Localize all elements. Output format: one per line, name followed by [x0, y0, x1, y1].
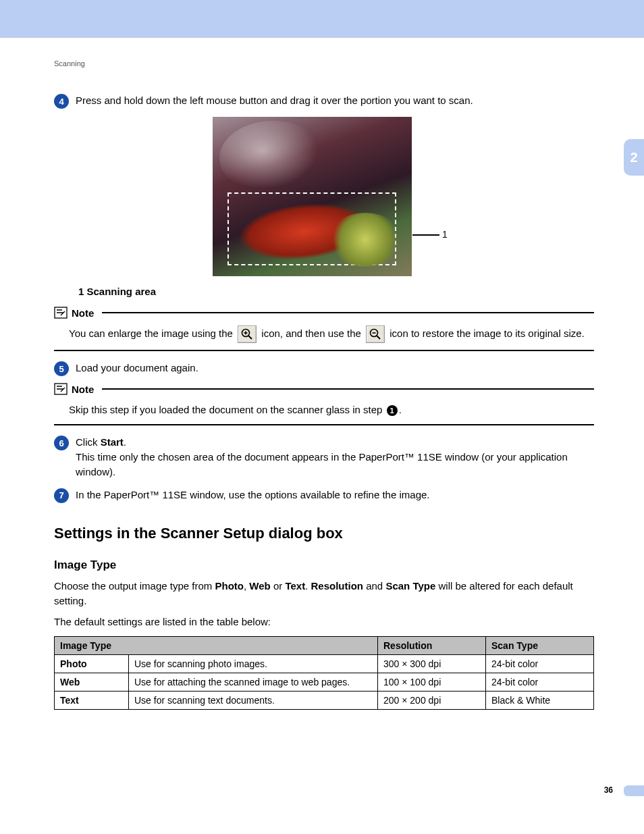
- callout-label: 1: [442, 229, 448, 240]
- note-title: Note: [72, 384, 94, 395]
- note-zoom: Note You can enlarge the image using the…: [54, 307, 594, 351]
- cell-scan: 24-bit color: [486, 673, 594, 692]
- table-row: Text Use for scanning text documents. 20…: [55, 692, 594, 710]
- step6-prefix: Click: [76, 436, 101, 448]
- prescan-figure: 1: [213, 117, 435, 276]
- p-bold: Resolution: [311, 580, 364, 592]
- note-title: Note: [72, 307, 94, 319]
- cell-label: Text: [55, 692, 129, 710]
- p-bold: Web: [249, 580, 270, 592]
- note-zoom-body: You can enlarge the image using the icon…: [69, 325, 594, 343]
- page-number: 36: [604, 785, 613, 795]
- step-7: 7 In the PaperPort™ 11SE window, use the…: [54, 488, 594, 503]
- step-4-text: Press and hold down the left mouse butto…: [76, 93, 594, 108]
- p-seg: and: [363, 580, 385, 592]
- step-6-bullet: 6: [54, 436, 69, 450]
- table-row: Web Use for attaching the scanned image …: [55, 673, 594, 692]
- step-5-text: Load your document again.: [76, 361, 594, 375]
- note2-text-a: Skip this step if you loaded the documen…: [69, 404, 385, 415]
- p-bold: Text: [285, 580, 305, 592]
- table-row: Photo Use for scanning photo images. 300…: [55, 655, 594, 673]
- zoom-in-icon: [238, 325, 257, 343]
- note-rule-close: [54, 424, 594, 425]
- cell-res: 200 × 200 dpi: [378, 692, 486, 710]
- p-seg: Choose the output image type from: [54, 580, 215, 592]
- note-skip-body: Skip this step if you loaded the documen…: [69, 402, 594, 417]
- note-text-c: icon to restore the image to its origina…: [390, 328, 584, 339]
- cell-scan: 24-bit color: [486, 655, 594, 673]
- step-5-bullet: 5: [54, 361, 69, 376]
- step-7-text: In the PaperPort™ 11SE window, use the o…: [76, 488, 594, 502]
- step-6: 6 Click Start. This time only the chosen…: [54, 435, 594, 479]
- cell-desc: Use for scanning text documents.: [129, 692, 378, 710]
- note-rule-close: [54, 350, 594, 351]
- heading-settings: Settings in the Scanner Setup dialog box: [54, 525, 594, 542]
- note2-text-b: .: [399, 404, 402, 415]
- cell-res: 300 × 300 dpi: [378, 655, 486, 673]
- step-7-bullet: 7: [54, 488, 69, 503]
- zoom-out-icon: [366, 325, 385, 343]
- cell-label: Photo: [55, 655, 129, 673]
- th-resolution: Resolution: [378, 637, 486, 655]
- note-text-a: You can enlarge the image using the: [69, 328, 236, 339]
- header-bar: [0, 0, 644, 38]
- cell-scan: Black & White: [486, 692, 594, 710]
- breadcrumb: Scanning: [54, 59, 594, 68]
- table-intro: The default settings are listed in the t…: [54, 615, 594, 630]
- step6-suffix: .: [124, 436, 126, 448]
- th-image-type: Image Type: [55, 637, 378, 655]
- note-rule: [102, 388, 594, 390]
- svg-line-2: [248, 336, 252, 339]
- th-scan-type: Scan Type: [486, 637, 594, 655]
- cell-desc: Use for attaching the scanned image to w…: [129, 673, 378, 692]
- step6-bold: Start: [101, 436, 124, 448]
- heading-image-type: Image Type: [54, 558, 594, 572]
- p-bold: Photo: [215, 580, 244, 592]
- note-skip: Note Skip this step if you loaded the do…: [54, 383, 594, 425]
- note-icon: [54, 307, 68, 319]
- step-5: 5 Load your document again.: [54, 361, 594, 376]
- step-4: 4 Press and hold down the left mouse but…: [54, 93, 594, 109]
- step-6-line2: This time only the chosen area of the do…: [76, 450, 594, 479]
- cell-res: 100 × 100 dpi: [378, 673, 486, 692]
- sample-photo: [213, 117, 412, 276]
- p-bold: Scan Type: [385, 580, 435, 592]
- note-rule: [102, 312, 594, 313]
- p-seg: .: [305, 580, 311, 592]
- step-6-line1: Click Start.: [76, 435, 594, 450]
- footer-tab: [624, 785, 644, 796]
- selection-marquee: [227, 192, 396, 265]
- cell-label: Web: [55, 673, 129, 692]
- p-seg: or: [271, 580, 286, 592]
- chapter-tab: 2: [624, 139, 644, 176]
- image-type-paragraph: Choose the output image type from Photo,…: [54, 579, 594, 609]
- figure-legend: 1 Scanning area: [78, 286, 594, 297]
- note-text-b: icon, and then use the: [261, 328, 364, 339]
- svg-line-6: [377, 336, 380, 339]
- cell-desc: Use for scanning photo images.: [129, 655, 378, 673]
- step-4-bullet: 4: [54, 94, 69, 109]
- note-icon: [54, 383, 68, 395]
- settings-table: Image Type Resolution Scan Type Photo Us…: [54, 636, 594, 710]
- table-header-row: Image Type Resolution Scan Type: [55, 637, 594, 655]
- callout-line: [412, 234, 439, 236]
- step-ref-bullet: 1: [387, 405, 398, 416]
